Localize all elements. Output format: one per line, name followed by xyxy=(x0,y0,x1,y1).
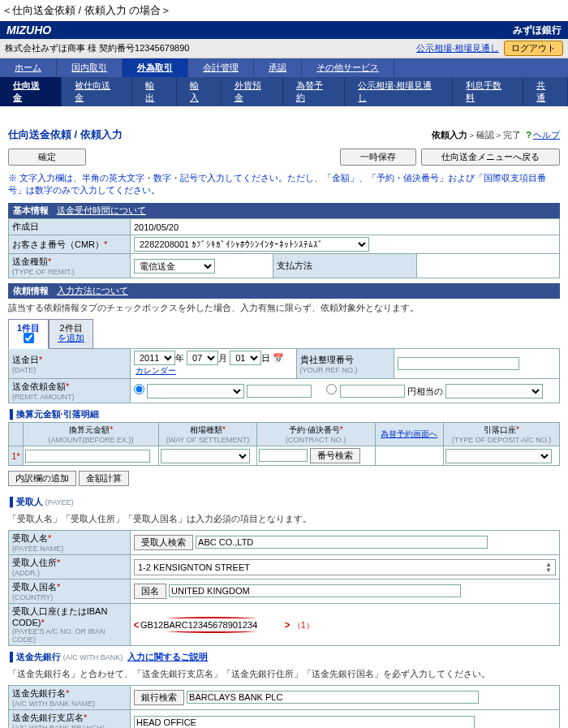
payee-iban-label: 受取人口座(またはIBAN CODE)*(PAYEE'S A/C NO. OR … xyxy=(9,604,131,646)
page-title: 仕向送金依頼 / 依頼入力 xyxy=(8,127,123,142)
amount-radio-2[interactable] xyxy=(326,384,337,394)
nav2-tab-6[interactable]: 公示相場·相場見通し xyxy=(345,77,453,106)
month-select[interactable]: 07 xyxy=(187,351,218,365)
col-way: 相場種類*(WAY OF SETTLEMENT) xyxy=(159,423,256,446)
help-icon: ? xyxy=(526,130,531,140)
nav2-tab-1[interactable]: 被仕向送金 xyxy=(62,77,132,106)
month-suffix: 月 xyxy=(218,353,227,363)
nav-primary: ホーム国内取引外為取引会計管理承認その他サービス xyxy=(0,58,568,77)
bank-sub-note: 「送金先銀行名」と合わせて、「送金先銀行支店名」「送金先銀行住所」「送金先銀行国… xyxy=(8,668,560,680)
reception-time-link[interactable]: 送金受付時間について xyxy=(57,205,146,217)
cmr-select[interactable]: 2282208001 ｶﾌﾞｼｷｶﾞｲｼｬﾎｳｼﾝｲﾝﾀｰﾈｯﾄｼｽﾃﾑｽﾞ xyxy=(134,237,369,252)
remit-type-select[interactable]: 電信送金 xyxy=(134,259,215,274)
tab-item-2-label1: 2件目 xyxy=(60,323,83,333)
cmr-label: お客さま番号（CMR）* xyxy=(9,235,131,254)
calendar-icon[interactable]: 📅 xyxy=(273,353,284,363)
nav2-tab-8[interactable]: 共通 xyxy=(523,77,568,106)
exchange-header: ▌換算元金額·引落明細 xyxy=(8,403,560,422)
help-link[interactable]: ヘルプ xyxy=(533,130,560,140)
payee-search-button[interactable]: 受取人検索 xyxy=(134,535,193,550)
contract-search-button[interactable]: 番号検索 xyxy=(310,448,360,463)
payee-iban-input[interactable] xyxy=(139,618,285,631)
nav1-tab-3[interactable]: 会計管理 xyxy=(188,58,254,77)
bank-header: ▌送金先銀行 (A/C WITH BANK) 入力に関するご説明 xyxy=(8,646,560,665)
ref-no-label: 貴社整理番号(YOUR REF NO.) xyxy=(296,349,394,379)
bank-branch-input[interactable] xyxy=(134,716,475,728)
col-contract: 予約·値決番号*(CONTRACT NO.) xyxy=(256,423,375,446)
nav1-tab-0[interactable]: ホーム xyxy=(0,58,57,77)
nav2-tab-7[interactable]: 利息手数料 xyxy=(453,77,523,106)
currency-select-1[interactable] xyxy=(147,384,244,398)
howto-link[interactable]: 入力方法について xyxy=(57,285,128,297)
confirm-button[interactable]: 確定 xyxy=(8,149,86,166)
remit-type-label: 送金種類*(TYPE OF REMIT.) xyxy=(9,254,131,278)
nav2-tab-4[interactable]: 外貨預金 xyxy=(222,77,283,106)
iban-highlight xyxy=(134,617,290,633)
scroll-icon: ▲▼ xyxy=(545,562,552,573)
currency-select-2[interactable] xyxy=(445,384,543,398)
calendar-link[interactable]: カレンダー xyxy=(136,366,176,375)
ex-deposit-select[interactable] xyxy=(445,449,552,463)
save-button[interactable]: 一時保存 xyxy=(340,149,416,166)
calc-amount-button[interactable]: 金額計算 xyxy=(79,471,129,486)
section-request-title: 依頼情報 xyxy=(13,285,49,297)
payee-sub-note: 「受取人名」「受取人住所」「受取人国名」は入力必須の項目となります。 xyxy=(8,513,560,525)
payee-country-input[interactable] xyxy=(169,584,461,597)
app-header: MIZUHO みずほ銀行 xyxy=(0,21,568,39)
nav2-tab-2[interactable]: 輸出 xyxy=(132,77,177,106)
remit-date-label: 送金日*(DATE) xyxy=(9,349,131,379)
nav1-tab-5[interactable]: その他サービス xyxy=(302,58,394,77)
nav2-tab-5[interactable]: 為替予約 xyxy=(283,77,345,106)
created-date-value: 2010/05/20 xyxy=(131,219,560,235)
ex-amount-input[interactable] xyxy=(25,450,150,463)
rate-link[interactable]: 公示相場·相場見通し xyxy=(416,42,499,54)
logout-button[interactable]: ログアウト xyxy=(504,41,563,56)
day-suffix: 日 xyxy=(261,353,270,363)
nav1-tab-2[interactable]: 外為取引 xyxy=(123,58,188,77)
annotation-1: （1） xyxy=(293,621,314,630)
created-date-label: 作成日 xyxy=(9,219,131,235)
bank-branch-label: 送金先銀行支店名*(A/C WITH BANK BRANCH) xyxy=(9,710,131,728)
row-number: 1* xyxy=(9,446,24,466)
bank-name-label: 送金先銀行名*(A/C WITH BANK NAME) xyxy=(9,686,131,710)
bank-name-input[interactable] xyxy=(187,691,479,704)
tab-item-2-label2: を追加 xyxy=(58,333,84,342)
bank-input-note-link[interactable]: 入力に関するご説明 xyxy=(127,652,208,661)
progress-rest: ＞確認＞完了 xyxy=(467,130,521,140)
payee-addr-label: 受取人住所*(ADDR.) xyxy=(9,555,131,579)
payee-name-label: 受取人名*(PAYEE NAME) xyxy=(9,531,131,555)
tab-item-2[interactable]: 2件目 を追加 xyxy=(49,319,93,349)
equiv-label: 円相当の xyxy=(407,386,443,396)
nav2-tab-0[interactable]: 仕向送金 xyxy=(0,77,62,106)
payee-country-label: 受取人国名*(COUNTRY) xyxy=(9,579,131,604)
col-amount: 換算元金額*(AMOUNT(BEFORE EX.)) xyxy=(24,423,159,446)
tab-item-1-label: 1件目 xyxy=(17,323,40,333)
remit-amount-label: 送金依頼金額*(REMIT. AMOUNT) xyxy=(9,379,131,403)
amount-input-1[interactable] xyxy=(247,385,312,398)
progress-current: 依頼入力 xyxy=(432,130,467,140)
tab-item-1-checkbox[interactable] xyxy=(24,333,34,343)
section-basic: 基本情報 送金受付時間について xyxy=(8,203,560,218)
payee-country-button[interactable]: 国名 xyxy=(134,584,166,599)
payee-name-input[interactable] xyxy=(196,536,488,549)
nav2-tab-3[interactable]: 輸入 xyxy=(177,77,222,106)
payee-addr-input[interactable]: 1-2 KENSIGNTON STREET▲▼ xyxy=(134,559,556,575)
col-fx-link[interactable]: 為替予約画面へ xyxy=(375,423,443,446)
year-select[interactable]: 2011 xyxy=(134,351,175,365)
day-select[interactable]: 01 xyxy=(230,351,261,365)
nav1-tab-4[interactable]: 承認 xyxy=(254,58,302,77)
bank-search-button[interactable]: 銀行検索 xyxy=(134,690,184,705)
amount-input-2[interactable] xyxy=(340,385,405,398)
section-basic-title: 基本情報 xyxy=(13,205,49,217)
nav1-tab-1[interactable]: 国内取引 xyxy=(57,58,123,77)
amount-radio-1[interactable] xyxy=(134,384,144,394)
ref-no-input[interactable] xyxy=(398,357,519,370)
contract-no: 様 契約番号12345679890 xyxy=(88,43,189,53)
add-breakdown-button[interactable]: 内訳欄の追加 xyxy=(8,471,76,486)
ex-contract-input[interactable] xyxy=(259,449,308,462)
ex-way-select[interactable] xyxy=(161,449,250,463)
company-name: 株式会社みずほ商事 xyxy=(5,43,85,53)
tab-item-1[interactable]: 1件目 xyxy=(8,319,49,349)
back-menu-button[interactable]: 仕向送金メニューへ戻る xyxy=(421,149,560,166)
pay-method-value xyxy=(416,254,559,278)
